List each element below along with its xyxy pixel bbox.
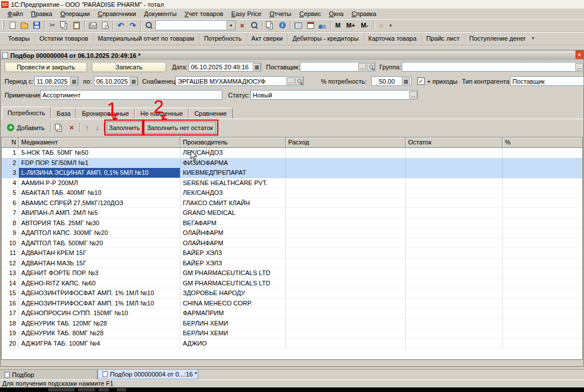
- search-icon[interactable]: [295, 77, 303, 85]
- note-field[interactable]: Ассортимент: [40, 90, 222, 100]
- table-row[interactable]: 6 АВАМИС СПРЕЙ 27,5МКГ/120ДОЗ ГЛАКСО СМИ…: [2, 198, 582, 209]
- find-button[interactable]: [248, 19, 260, 31]
- menu-item[interactable]: Справочники: [94, 9, 140, 18]
- reports-toolbar-button[interactable]: Прайс лист: [421, 33, 464, 44]
- ellipsis-picker-icon[interactable]: [358, 63, 366, 70]
- table-row[interactable]: 2 FDP ПОР. 5Г/50МЛ №1 ФИЗИОФАРМА: [2, 158, 582, 168]
- table-row[interactable]: 18 АДЕНУРИК ТАБ. 120МГ №28 БЕРЛИН ХЕМИ: [2, 319, 582, 329]
- menu-item[interactable]: Документы: [140, 9, 181, 18]
- write-button[interactable]: Записать: [92, 62, 166, 72]
- table-row[interactable]: 14 АДЕНО-RITZ КАПС. №60 GM PHARMACEUTICA…: [2, 279, 582, 289]
- calendar-picker-icon[interactable]: [70, 77, 78, 85]
- menu-item[interactable]: Easy Price: [228, 9, 266, 18]
- undo-button[interactable]: [115, 19, 127, 31]
- add-row-button[interactable]: Добавить: [3, 121, 48, 134]
- post-and-close-button[interactable]: Провести и закрыть: [5, 62, 87, 72]
- copy-row-button[interactable]: [53, 121, 65, 134]
- table-row[interactable]: 4 ААМИН Р-Р 200МЛ SERENE HEALTHCARE PVT.: [2, 178, 582, 189]
- reports-toolbar-button[interactable]: Карточка товара: [363, 33, 421, 44]
- menu-item[interactable]: Файл: [3, 9, 27, 18]
- menu-item[interactable]: Окна: [325, 9, 348, 18]
- column-header-medication[interactable]: Медикамент: [19, 138, 181, 148]
- document-title-bar[interactable]: Подбор 000000004 от 06.10.2025 20:49:16 …: [1, 50, 583, 60]
- table-row[interactable]: 8 АВТОРИЯ ТАБ. 25МГ №30 ВЕГАФАРМ: [2, 218, 582, 229]
- users-button[interactable]: [316, 19, 328, 31]
- memory-minus-button[interactable]: М-: [358, 21, 371, 30]
- memory-plus-button[interactable]: М+: [343, 21, 358, 30]
- table-row[interactable]: 7 АВИПАН-Л АМП. 2МЛ №5 GRAND MEDICAL: [2, 208, 582, 218]
- table-row[interactable]: 3 L-ЛИЗИНА ЭСЦИНАТ АМП. 0,1% 5МЛ №10 КИЕ…: [2, 168, 582, 178]
- reports-toolbar-button[interactable]: Акт сверки: [246, 33, 288, 44]
- calendar-button[interactable]: [304, 19, 316, 31]
- reports-toolbar-button[interactable]: Остатки товаров: [34, 33, 93, 44]
- procurer-field[interactable]: ЭРГАШЕВ МУХАММАДЮСУФ: [175, 76, 304, 86]
- status-field[interactable]: Новый: [250, 90, 418, 100]
- calendar-picker-icon[interactable]: [130, 77, 138, 85]
- menu-item[interactable]: Сервис: [295, 9, 325, 18]
- move-up-button[interactable]: [82, 121, 92, 134]
- search-input[interactable]: ▼: [155, 20, 236, 30]
- group-field[interactable]: [402, 62, 584, 72]
- date-field[interactable]: 06.10.2025 20:49:16: [189, 62, 261, 72]
- close-icon[interactable]: ✕: [575, 50, 583, 59]
- table-row[interactable]: 16 АДЕНОЗИНТРИФОСФАТ АМП. 1% 1МЛ №10 CHI…: [2, 299, 582, 309]
- open-button[interactable]: [18, 19, 30, 31]
- table-row[interactable]: 17 АДЕНОПРОСИН СУПП. 150МГ №10 ФАРМАПРИМ: [2, 308, 582, 319]
- table-row[interactable]: 19 АДЕНУРИК ТАБ. 80МГ №28 БЕРЛИН ХЕМИ: [2, 328, 582, 339]
- info-button[interactable]: [276, 19, 288, 31]
- cut-button[interactable]: [46, 19, 58, 31]
- menu-item[interactable]: Операции: [56, 9, 93, 18]
- table-row[interactable]: 1 5-НОК ТАБ. 50МГ №50 ЛЕК/САНДОЗ: [2, 148, 582, 158]
- save-button[interactable]: [30, 19, 42, 31]
- paste-button[interactable]: [70, 19, 83, 31]
- toolbar-grip[interactable]: [2, 21, 4, 30]
- table-row[interactable]: 15 АДЕНОЗИНТРИФОСФАТ АМП. 1% 1МЛ №10 ЗДО…: [2, 288, 582, 299]
- reports-toolbar-button[interactable]: Потребность: [199, 33, 246, 44]
- table-row[interactable]: 5 АБАКТАЛ ТАБ. 400МГ №10 ЛЕК/САНДОЗ: [2, 188, 582, 198]
- column-header-number[interactable]: N: [2, 138, 19, 148]
- reports-toolbar-button[interactable]: Дебиторы - кредиторы: [287, 33, 363, 44]
- calculator-icon[interactable]: [402, 77, 410, 85]
- calendar-picker-icon[interactable]: [253, 63, 261, 70]
- menu-item[interactable]: Учет товаров: [181, 9, 228, 18]
- column-header-percent[interactable]: %: [503, 138, 582, 148]
- move-down-button[interactable]: [92, 121, 103, 134]
- redo-button[interactable]: [127, 19, 139, 31]
- menu-item[interactable]: Правка: [27, 9, 56, 18]
- chevron-down-icon[interactable]: ▾: [530, 36, 536, 41]
- new-document-button[interactable]: [6, 19, 18, 31]
- column-header-expense[interactable]: Расход: [286, 138, 406, 148]
- fill-button[interactable]: Заполнить: [107, 121, 142, 134]
- period-from-field[interactable]: 11.08.2025: [34, 76, 79, 86]
- table-row[interactable]: 10 АДАПТОЛ ТАБ. 500МГ №20 ОЛАЙНФАРМ: [2, 238, 582, 249]
- print-preview-button[interactable]: [99, 19, 111, 31]
- document-tab[interactable]: Не найденные: [135, 108, 189, 119]
- table-row[interactable]: 9 АДАПТОЛ КАПС. 300МГ №20 ОЛАЙНФАРМ: [2, 228, 582, 238]
- need-percent-field[interactable]: 50,00: [371, 76, 411, 86]
- toolbar-overflow-chevron-icon[interactable]: ▾: [387, 23, 394, 28]
- print-button[interactable]: [87, 19, 99, 31]
- menu-item[interactable]: Справка: [348, 9, 381, 18]
- document-tab[interactable]: База: [51, 108, 76, 119]
- window-tab-journal[interactable]: Подбор: [0, 370, 97, 379]
- memory-recall-button[interactable]: М: [332, 21, 343, 30]
- table-button[interactable]: [292, 19, 304, 31]
- ellipsis-picker-icon[interactable]: [575, 63, 583, 70]
- reports-toolbar-button[interactable]: Материальный отчет по товарам: [93, 33, 199, 44]
- settings-button[interactable]: [375, 19, 387, 31]
- menu-item[interactable]: Отчеты: [265, 9, 295, 18]
- ellipsis-picker-icon[interactable]: [287, 77, 295, 85]
- window-tab-document[interactable]: Подбор 000000004 от 0...:16 *: [97, 370, 198, 379]
- document-tab[interactable]: Сравнение: [189, 108, 233, 119]
- table-row[interactable]: 13 АДЕНИТ ФОРТЕ ПОР. №3 GM PHARMACEUTICA…: [2, 268, 582, 279]
- document-tab[interactable]: Потребность: [2, 107, 51, 119]
- column-header-manufacturer[interactable]: Производитель: [181, 138, 286, 148]
- reports-toolbar-button[interactable]: Товары: [3, 33, 34, 44]
- table-row[interactable]: 12 АДВАНТАН МАЗЬ 15Г БАЙЕР ХЭЛЗ: [2, 258, 582, 269]
- clear-search-button[interactable]: [236, 19, 248, 31]
- search-icon[interactable]: [367, 63, 375, 70]
- incoming-checkbox[interactable]: [417, 77, 425, 85]
- ellipsis-picker-icon[interactable]: [409, 91, 417, 99]
- column-header-stock[interactable]: Остаток: [406, 138, 503, 148]
- delete-row-button[interactable]: [66, 121, 77, 134]
